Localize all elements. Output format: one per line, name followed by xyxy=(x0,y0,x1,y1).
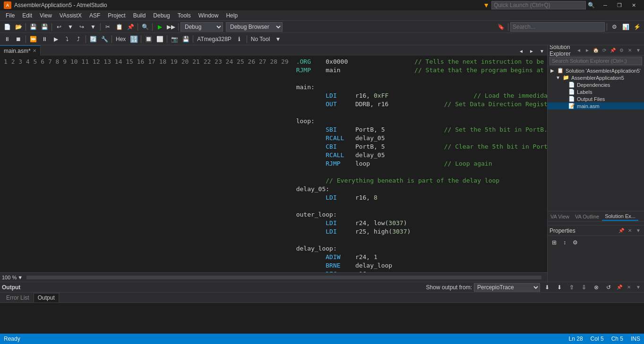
start-nodebug-btn[interactable]: ▶▶ xyxy=(166,22,176,32)
debug-tb-btn8[interactable]: 🔄 xyxy=(88,34,98,44)
menu-tools[interactable]: Tools xyxy=(174,10,195,21)
se-search-input[interactable] xyxy=(550,57,642,65)
debug-browser-select[interactable]: Debug Browser xyxy=(226,22,283,32)
se-forward-btn[interactable]: ► xyxy=(584,47,591,54)
copy-btn[interactable]: 📋 xyxy=(114,22,124,32)
prop-categories-btn[interactable]: ⊞ xyxy=(550,238,559,247)
no-tool-drop[interactable]: ▼ xyxy=(273,34,283,44)
menu-window[interactable]: Window xyxy=(195,10,223,21)
undo-btn[interactable]: ↩ xyxy=(54,22,64,32)
code-content[interactable]: .ORG 0x0000 // Tells the next instructio… xyxy=(292,56,547,272)
debug-tb-btn7[interactable]: ⤴ xyxy=(73,34,84,44)
menu-debug[interactable]: Debug xyxy=(149,10,173,21)
menu-vassistx[interactable]: VAssistX xyxy=(56,10,86,21)
paste-btn[interactable]: 📌 xyxy=(125,22,136,32)
code-search-input[interactable] xyxy=(510,22,605,32)
cut-btn[interactable]: ✂ xyxy=(103,22,113,32)
menu-build[interactable]: Build xyxy=(129,10,150,21)
tab-scroll-right[interactable]: ► xyxy=(526,46,537,56)
debug-tb-btn3[interactable]: ⏩ xyxy=(28,34,38,44)
output-source-select[interactable]: PercepioTrace xyxy=(474,283,540,292)
output-tb-btn5[interactable]: ⊗ xyxy=(591,283,601,292)
new-project-btn[interactable]: 📄 xyxy=(2,22,12,32)
menu-edit[interactable]: Edit xyxy=(18,10,36,21)
debug-tb-btn2[interactable]: ⏹ xyxy=(13,34,24,44)
se-back-btn[interactable]: ◄ xyxy=(575,47,583,54)
minimize-button[interactable]: ─ xyxy=(599,0,612,10)
start-btn[interactable]: ▶ xyxy=(155,22,165,32)
restore-button[interactable]: ❐ xyxy=(613,0,626,10)
se-sync-btn[interactable]: ⟳ xyxy=(601,47,608,54)
close-button[interactable]: ✕ xyxy=(627,0,640,10)
tree-item-solution[interactable]: ▶ 📋 Solution 'AssemblerApplication5' xyxy=(548,67,644,74)
btn-r3[interactable]: ⚡ xyxy=(632,22,642,32)
output-tb-btn1[interactable]: ⬇ xyxy=(542,283,552,292)
redo-drop-btn[interactable]: ▼ xyxy=(88,22,98,32)
tab-scroll-left[interactable]: ◄ xyxy=(516,46,526,56)
se-dock-btn[interactable]: ▼ xyxy=(635,47,642,54)
output-tab-error-list[interactable]: Error List xyxy=(2,293,34,302)
horizontal-scrollbar[interactable] xyxy=(26,276,541,279)
menu-project[interactable]: Project xyxy=(104,10,129,21)
output-tb-btn4[interactable]: ⇩ xyxy=(579,283,589,292)
prop-dock-btn[interactable]: ▼ xyxy=(635,227,642,235)
output-tb-btn3[interactable]: ⇧ xyxy=(567,283,577,292)
snap-btn[interactable]: 📷 xyxy=(169,34,180,44)
open-btn[interactable]: 📂 xyxy=(13,22,24,32)
output-dock-btn[interactable]: ▼ xyxy=(635,284,642,291)
find-btn[interactable]: 🔍 xyxy=(140,22,150,32)
prop-settings-btn[interactable]: ⚙ xyxy=(570,238,580,247)
code-editor[interactable]: 1 2 3 4 5 6 7 8 9 10 11 12 13 14 15 16 1… xyxy=(0,56,547,272)
tree-item-deps[interactable]: 📄 Dependencies xyxy=(548,81,644,88)
output-tb-btn2[interactable]: ⬇ xyxy=(554,283,565,292)
debug-config-select[interactable]: Debug xyxy=(180,22,223,32)
btn-r2[interactable]: 📊 xyxy=(620,22,631,32)
bookmark-btn[interactable]: 🔖 xyxy=(496,22,506,32)
undo-drop-btn[interactable]: ▼ xyxy=(65,22,76,32)
save-btn[interactable]: 💾 xyxy=(28,22,38,32)
output-tab-output[interactable]: Output xyxy=(34,293,59,302)
se-scrollbar[interactable] xyxy=(548,221,644,225)
debug-tb-btn1[interactable]: ⏸ xyxy=(2,34,12,44)
output-tb-btn6[interactable]: ↺ xyxy=(603,283,614,292)
tab-main-asm[interactable]: main.asm* ✕ xyxy=(0,45,41,56)
mem-btn[interactable]: 💾 xyxy=(180,34,191,44)
debug-tb-btn9[interactable]: 🔧 xyxy=(99,34,110,44)
zoom-dropdown-btn[interactable]: ▼ xyxy=(17,275,23,280)
target-info-btn[interactable]: ℹ xyxy=(234,34,245,44)
menu-view[interactable]: View xyxy=(36,10,56,21)
menu-file[interactable]: File xyxy=(2,10,18,21)
btn-r1[interactable]: ⚙ xyxy=(609,22,619,32)
tree-item-output-files[interactable]: 📄 Output Files xyxy=(548,95,644,102)
menu-help[interactable]: Help xyxy=(222,10,241,21)
menu-asf[interactable]: ASF xyxy=(86,10,104,21)
se-tab-va-view[interactable]: VA View xyxy=(548,213,572,220)
se-tab-va-outline[interactable]: VA Outline xyxy=(572,213,602,220)
se-tab-solution-explorer[interactable]: Solution Ex... xyxy=(602,212,638,221)
save-all-btn[interactable]: 💾 xyxy=(39,22,50,32)
prop-sort-btn[interactable]: ↕ xyxy=(560,238,569,247)
tab-close-btn[interactable]: ✕ xyxy=(33,48,36,53)
debug-tb-btn4[interactable]: ⏸ xyxy=(39,34,50,44)
main-asm-label: main.asm xyxy=(577,103,600,109)
prop-pin-btn[interactable]: 📌 xyxy=(618,227,625,235)
se-close-btn[interactable]: ✕ xyxy=(626,47,634,54)
tree-item-labels[interactable]: 📄 Labels xyxy=(548,88,644,95)
redo-btn[interactable]: ↪ xyxy=(77,22,87,32)
debug-tb-btn5[interactable]: ▶ xyxy=(51,34,61,44)
tree-item-main-asm[interactable]: 📝 main.asm xyxy=(548,102,644,109)
tab-list-btn[interactable]: ▼ xyxy=(537,46,547,56)
se-home-btn[interactable]: 🏠 xyxy=(592,47,600,54)
output-pin-btn[interactable]: 📌 xyxy=(616,284,623,291)
debug-tb-btn6[interactable]: ⤵ xyxy=(62,34,72,44)
se-pin-btn[interactable]: 📌 xyxy=(609,47,617,54)
quick-launch-input[interactable] xyxy=(491,1,586,9)
chip-btn2[interactable]: ⬜ xyxy=(155,34,165,44)
hex-btn[interactable]: 🔢 xyxy=(129,34,139,44)
prop-close-btn[interactable]: ✕ xyxy=(626,227,634,235)
app-icon: A xyxy=(4,1,11,9)
output-close-btn[interactable]: ✕ xyxy=(625,284,633,291)
tree-item-project[interactable]: ▼ 📁 AssemblerApplication5 xyxy=(548,74,644,81)
chip-btn[interactable]: 🔲 xyxy=(143,34,154,44)
se-settings-btn[interactable]: ⚙ xyxy=(618,47,625,54)
